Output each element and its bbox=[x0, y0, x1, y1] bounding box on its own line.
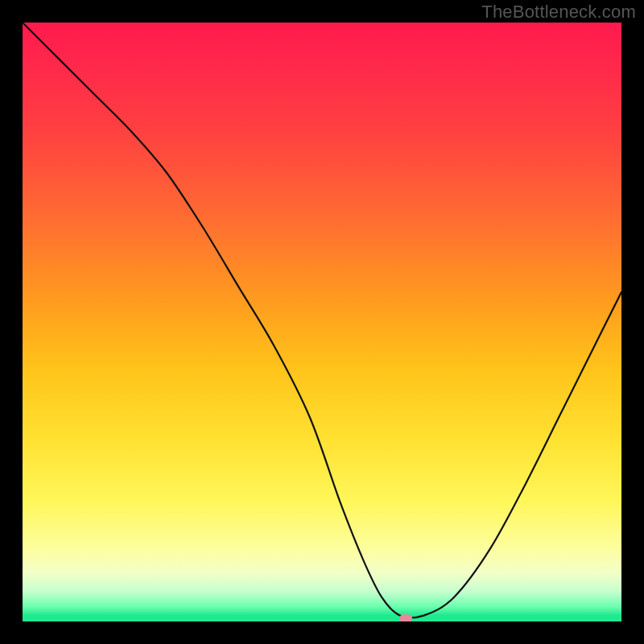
chart-svg bbox=[23, 23, 621, 621]
plot-area bbox=[23, 23, 621, 621]
optimal-point-marker bbox=[399, 614, 412, 621]
chart-frame: TheBottleneck.com bbox=[0, 0, 644, 644]
watermark-text: TheBottleneck.com bbox=[481, 2, 636, 23]
bottleneck-curve bbox=[23, 23, 621, 617]
